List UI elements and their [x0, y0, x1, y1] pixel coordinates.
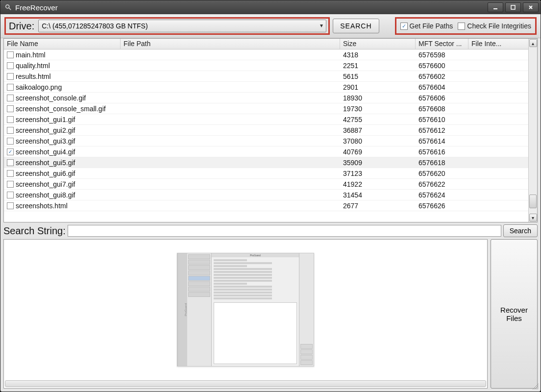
column-header-path[interactable]: File Path [121, 39, 340, 49]
row-checkbox[interactable] [7, 84, 14, 91]
row-checkbox[interactable] [7, 127, 14, 134]
option-label: Get File Paths [410, 22, 453, 30]
table-row[interactable]: screenshot_gui6.gif371236576620 [4, 168, 528, 179]
row-checkbox[interactable] [7, 170, 14, 177]
check-file-integrities-option[interactable]: Check File Integrities [458, 22, 531, 30]
scroll-up-icon[interactable]: ▴ [529, 39, 537, 47]
mft-sector: 6576600 [416, 62, 468, 70]
checkbox-icon [458, 23, 465, 30]
row-checkbox[interactable] [7, 62, 14, 69]
table-row[interactable]: screenshots.html26776576626 [4, 200, 528, 211]
drive-label: Drive: [9, 21, 34, 32]
toolbar: Drive: C:\ (455,071285247803 GB NTFS) SE… [0, 14, 541, 38]
minimize-button[interactable] [488, 2, 503, 12]
row-checkbox[interactable] [7, 73, 14, 80]
close-button[interactable] [523, 2, 539, 12]
file-name: screenshot_gui1.gif [16, 116, 75, 123]
maximize-button[interactable] [505, 2, 521, 12]
table-row[interactable]: results.html56156576602 [4, 71, 528, 82]
table-row[interactable]: screenshot_gui5.gif359096576618 [4, 157, 528, 168]
bottom-area: ProGuard ProGuard [3, 239, 538, 389]
search-string-input[interactable] [68, 225, 501, 237]
option-label: Check File Integrities [467, 22, 531, 30]
results-table: File Name File Path Size MFT Sector ... … [3, 38, 538, 222]
search-button[interactable]: SEARCH [333, 19, 379, 33]
file-size: 31454 [340, 191, 416, 199]
row-checkbox[interactable] [7, 116, 14, 123]
file-size: 40769 [340, 148, 416, 156]
file-name: screenshot_gui5.gif [16, 159, 75, 167]
checkbox-icon: ✓ [400, 23, 408, 30]
resize-grip-icon[interactable] [533, 384, 539, 390]
table-row[interactable]: main.html43186576598 [4, 49, 528, 60]
mft-sector: 6576622 [416, 180, 468, 188]
table-row[interactable]: screenshot_gui8.gif314546576624 [4, 190, 528, 200]
column-header-name[interactable]: File Name [4, 39, 121, 49]
svg-line-7 [535, 386, 539, 390]
scroll-thumb[interactable] [529, 195, 537, 208]
file-name: results.html [16, 73, 51, 80]
file-name: screenshot_gui2.gif [16, 126, 75, 134]
row-checkbox[interactable] [7, 202, 14, 209]
file-size: 4318 [340, 51, 416, 59]
column-header-integrity[interactable]: File Inte... [468, 39, 517, 49]
table-row[interactable]: screenshot_gui1.gif427556576610 [4, 114, 528, 125]
table-header: File Name File Path Size MFT Sector ... … [4, 39, 528, 49]
file-name: screenshot_gui6.gif [16, 170, 75, 177]
table-row[interactable]: screenshot_gui3.gif370806576614 [4, 136, 528, 147]
file-name: screenshots.html [16, 202, 68, 210]
row-checkbox[interactable] [7, 138, 14, 145]
table-row[interactable]: ✓screenshot_gui4.gif407696576616 [4, 147, 528, 157]
svg-rect-2 [493, 8, 497, 9]
table-row[interactable]: quality.html22516576600 [4, 60, 528, 71]
titlebar: FreeRecover [0, 0, 541, 14]
mft-sector: 6576604 [416, 83, 468, 91]
row-checkbox[interactable] [7, 181, 14, 188]
table-row[interactable]: saikoalogo.png29016576604 [4, 82, 528, 93]
file-size: 37123 [340, 170, 416, 177]
table-row[interactable]: screenshot_gui2.gif368876576612 [4, 125, 528, 136]
row-checkbox[interactable] [7, 105, 14, 112]
scroll-down-icon[interactable]: ▾ [529, 214, 537, 221]
preview-horizontal-scrollbar[interactable] [5, 380, 486, 387]
file-name: screenshot_gui4.gif [16, 148, 75, 156]
column-header-size[interactable]: Size [340, 39, 416, 49]
preview-image: ProGuard ProGuard [177, 253, 314, 367]
search-string-button[interactable]: Search [503, 224, 538, 237]
table-row[interactable]: screenshot_console_small.gif197306576608 [4, 103, 528, 114]
file-name: screenshot_gui3.gif [16, 137, 75, 145]
svg-point-0 [6, 5, 9, 8]
row-checkbox[interactable] [7, 95, 14, 101]
row-checkbox[interactable]: ✓ [7, 148, 14, 155]
file-size: 37080 [340, 137, 416, 145]
search-string-row: Search String: Search [3, 224, 538, 237]
window-buttons [488, 2, 539, 12]
recover-files-button[interactable]: Recover Files [491, 239, 538, 389]
options-group: ✓ Get File Paths Check File Integrities [395, 17, 537, 35]
table-row[interactable]: screenshot_gui7.gif419226576622 [4, 179, 528, 190]
column-header-mft[interactable]: MFT Sector ... [416, 39, 468, 49]
mft-sector: 6576624 [416, 191, 468, 199]
svg-line-8 [537, 388, 539, 390]
file-name: screenshot_console.gif [16, 94, 86, 102]
file-name: main.html [16, 51, 46, 59]
table-row[interactable]: screenshot_console.gif189306576606 [4, 93, 528, 103]
scroll-track[interactable] [529, 48, 537, 213]
row-checkbox[interactable] [7, 159, 14, 166]
mft-sector: 6576618 [416, 159, 468, 167]
drive-group: Drive: C:\ (455,071285247803 GB NTFS) [4, 17, 330, 35]
file-size: 41922 [340, 180, 416, 188]
file-name: quality.html [16, 62, 50, 70]
svg-rect-3 [511, 5, 515, 9]
drive-select[interactable]: C:\ (455,071285247803 GB NTFS) [38, 20, 326, 32]
mft-sector: 6576608 [416, 105, 468, 113]
app-icon [4, 3, 12, 11]
get-file-paths-option[interactable]: ✓ Get File Paths [400, 22, 453, 30]
mft-sector: 6576616 [416, 148, 468, 156]
row-checkbox[interactable] [7, 192, 14, 198]
file-size: 35909 [340, 159, 416, 167]
row-checkbox[interactable] [7, 51, 14, 58]
table-vertical-scrollbar[interactable]: ▴ ▾ [528, 39, 537, 222]
file-name: screenshot_gui8.gif [16, 191, 75, 199]
table-body: main.html43186576598quality.html22516576… [4, 49, 528, 222]
